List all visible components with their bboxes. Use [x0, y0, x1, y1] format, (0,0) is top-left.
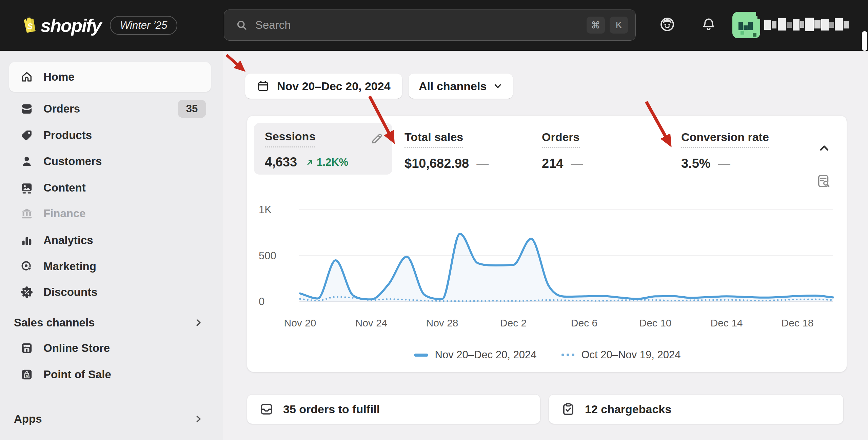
kbd-command: ⌘ [587, 17, 605, 34]
analytics-overview-card: Sessions 4,633 1.2K% [247, 115, 847, 372]
chevron-down-icon [493, 81, 503, 91]
current-period-line [300, 234, 833, 299]
calendar-icon [257, 80, 270, 93]
media-icon [20, 181, 33, 194]
sidebar-section-sales-channels[interactable]: Sales channels [9, 309, 211, 336]
edit-metric-button[interactable] [370, 132, 383, 147]
report-search-icon [816, 173, 832, 189]
metric-conversion-rate[interactable]: Conversion rate 3.5% — [681, 131, 769, 171]
metric-delta: — [718, 157, 730, 171]
chart-legend: Nov 20–Dec 20, 2024 Oct 20–Nov 19, 2024 [247, 349, 847, 361]
persona-icon [659, 16, 676, 33]
action-card-label: 35 orders to fulfill [283, 403, 380, 416]
sidebar-item-label: Analytics [43, 234, 93, 247]
sessions-line-chart[interactable] [299, 201, 834, 309]
shopify-bag-icon: S [18, 10, 37, 41]
chevron-right-icon [193, 414, 203, 424]
metric-label: Sessions [265, 130, 315, 147]
channel-filter-button[interactable]: All channels [409, 74, 513, 99]
sidebar-item-online-store[interactable]: Online Store [9, 335, 211, 361]
metric-orders[interactable]: Orders 214 — [542, 131, 583, 171]
x-axis-label: Nov 24 [355, 317, 387, 329]
sidebar-item-discounts[interactable]: Discounts [9, 279, 211, 305]
section-label: Apps [14, 413, 42, 425]
bar-chart-icon [20, 234, 33, 247]
logo-wordmark: shopify [41, 15, 101, 36]
legend-label-current: Nov 20–Dec 20, 2024 [435, 349, 537, 361]
metric-value: 214 [542, 156, 563, 171]
sidebar-item-label: Customers [43, 155, 102, 168]
y-axis-label: 0 [259, 296, 264, 308]
metric-total-sales[interactable]: Total sales $10,682.98 — [405, 131, 489, 171]
shopify-logo[interactable]: S shopify Winter ’25 [18, 0, 177, 51]
metric-tile-sessions[interactable]: Sessions 4,633 1.2K% [254, 123, 392, 175]
account-menu[interactable] [732, 8, 861, 42]
search-icon [236, 19, 248, 31]
y-axis-label: 500 [259, 250, 276, 262]
person-icon [20, 155, 33, 168]
home-icon [20, 71, 33, 83]
metric-label: Conversion rate [681, 131, 769, 148]
search-placeholder: Search [255, 19, 587, 32]
target-cursor-icon [20, 260, 33, 273]
metric-value: 4,633 [265, 155, 297, 169]
top-bar: S shopify Winter ’25 Search ⌘ K [0, 0, 868, 51]
sidebar-item-label: Discounts [43, 286, 98, 299]
storefront-icon [20, 342, 33, 355]
sidebar-item-home[interactable]: Home [9, 62, 211, 92]
sidebar-item-label: Content [43, 181, 86, 194]
sidebar-item-label: Products [43, 129, 92, 142]
sidebar-item-label: Online Store [43, 342, 110, 355]
action-card-label: 12 chargebacks [585, 403, 671, 416]
search-input[interactable]: Search ⌘ K [224, 9, 636, 41]
tag-icon [20, 129, 33, 142]
metric-delta: 1.2K% [306, 156, 348, 168]
sidebar-item-marketing[interactable]: Marketing [9, 253, 211, 280]
chevron-right-icon [193, 318, 203, 328]
sidebar-item-products[interactable]: Products [9, 122, 211, 148]
sidebar-item-content[interactable]: Content [9, 175, 211, 201]
sidebar-section-apps[interactable]: Apps [9, 406, 211, 432]
bell-icon [701, 17, 716, 32]
version-badge: Winter ’25 [110, 16, 177, 35]
main-content: Nov 20–Dec 20, 2024 All channels Session… [223, 51, 868, 440]
sidebar-item-label: Marketing [43, 260, 96, 273]
x-axis-label: Nov 28 [426, 317, 458, 329]
pencil-icon [370, 132, 383, 145]
kbd-k: K [610, 17, 628, 34]
sidebar-nav: Home Orders 35 Products Customers Conten… [0, 51, 223, 440]
x-axis-label: Dec 2 [500, 317, 527, 329]
pos-bag-icon: s [20, 368, 33, 381]
y-axis-label: 1K [259, 204, 272, 216]
legend-swatch-previous [561, 354, 574, 356]
persona-button[interactable] [658, 16, 676, 33]
scrollbar-thumb[interactable] [862, 31, 867, 51]
section-label: Sales channels [14, 316, 95, 329]
avatar [732, 12, 760, 38]
x-axis-label: Nov 20 [284, 317, 316, 329]
collapse-card-button[interactable] [817, 141, 831, 156]
sidebar-item-analytics[interactable]: Analytics [9, 227, 211, 254]
metric-delta: — [476, 157, 489, 171]
svg-text:s: s [26, 374, 28, 378]
sidebar-item-orders[interactable]: Orders 35 [9, 96, 211, 122]
chevron-up-icon [817, 141, 831, 155]
orders-icon [20, 102, 33, 115]
date-range-button[interactable]: Nov 20–Dec 20, 2024 [245, 74, 402, 99]
x-axis-label: Dec 10 [639, 317, 671, 329]
sidebar-item-customers[interactable]: Customers [9, 148, 211, 175]
chargebacks-card[interactable]: 12 chargebacks [549, 394, 844, 424]
orders-to-fulfill-card[interactable]: 35 orders to fulfill [247, 394, 540, 424]
view-report-button[interactable] [816, 173, 832, 190]
date-range-label: Nov 20–Dec 20, 2024 [277, 80, 391, 93]
metric-label: Total sales [405, 131, 463, 148]
clipboard-check-icon [561, 402, 575, 416]
store-name-redacted [764, 18, 852, 33]
discount-seal-icon [20, 286, 33, 299]
metric-label: Orders [542, 131, 580, 148]
notifications-button[interactable] [700, 16, 717, 33]
sidebar-item-point-of-sale[interactable]: s Point of Sale [9, 361, 211, 388]
x-axis-label: Dec 14 [710, 317, 743, 329]
metric-delta: — [571, 157, 583, 171]
sidebar-item-finance[interactable]: Finance [9, 200, 211, 227]
